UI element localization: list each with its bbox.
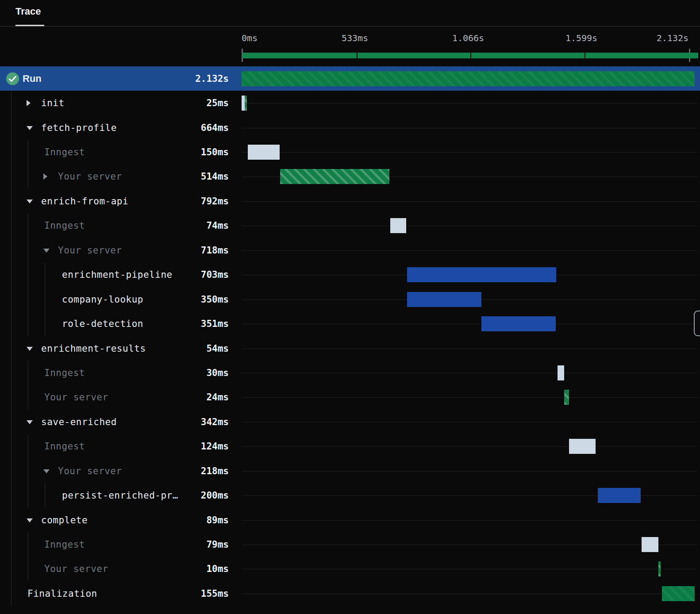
- span-name: role-detection: [62, 319, 143, 329]
- row-track: [242, 115, 695, 140]
- row-track: [242, 434, 695, 459]
- indent-guide: [11, 483, 12, 507]
- trace-row[interactable]: Inngest150ms: [0, 140, 700, 164]
- indent-guide: [28, 459, 28, 483]
- trace-row[interactable]: Your server218ms: [0, 459, 700, 483]
- span-name: enrich-from-api: [41, 196, 128, 207]
- row-track: [242, 483, 695, 507]
- trace-row[interactable]: complete89ms: [0, 508, 700, 532]
- span-duration: 24ms: [206, 392, 229, 403]
- row-track: [242, 91, 695, 115]
- trace-row[interactable]: Your server24ms: [0, 385, 700, 410]
- span-bar-queue[interactable]: [242, 96, 245, 111]
- span-name: Your server: [58, 466, 122, 476]
- trace-row[interactable]: company-lookup350ms: [0, 287, 700, 311]
- trace-row[interactable]: Inngest74ms: [0, 214, 700, 238]
- row-track: [242, 336, 695, 361]
- span-bar-server[interactable]: [564, 390, 569, 405]
- span-duration: 200ms: [201, 490, 229, 501]
- trace-row[interactable]: save-enriched342ms: [0, 410, 700, 434]
- indent-guide: [11, 189, 12, 213]
- timeline-tick-label: 1.066s: [452, 33, 484, 43]
- row-label-cell: company-lookup350ms: [0, 287, 242, 311]
- caret-right-icon[interactable]: [27, 100, 31, 106]
- indent-guide: [11, 459, 12, 483]
- trace-row[interactable]: Run2.132s: [0, 66, 700, 91]
- span-name: Your server: [58, 245, 122, 256]
- span-duration: 155ms: [201, 588, 229, 599]
- span-bar-queue[interactable]: [248, 145, 280, 160]
- indent-guide: [11, 508, 12, 532]
- span-name: fetch-profile: [41, 123, 117, 133]
- span-bar-queue[interactable]: [558, 365, 564, 380]
- trace-row[interactable]: Your server718ms: [0, 238, 700, 262]
- trace-row[interactable]: init25ms: [0, 91, 700, 115]
- row-track: [242, 165, 695, 189]
- row-track: [242, 410, 695, 434]
- trace-row[interactable]: Inngest124ms: [0, 434, 700, 459]
- span-duration: 79ms: [206, 539, 229, 550]
- span-name: Inngest: [44, 220, 85, 231]
- span-bar-server[interactable]: [658, 561, 661, 576]
- row-label-cell: enrichment-pipeline703ms: [0, 263, 242, 287]
- trace-row[interactable]: Your server10ms: [0, 557, 700, 581]
- tab-trace[interactable]: Trace: [15, 6, 44, 26]
- caret-down-icon[interactable]: [43, 469, 50, 473]
- check-circle-icon: [6, 72, 19, 85]
- caret-down-icon[interactable]: [27, 200, 33, 203]
- span-duration: 150ms: [201, 147, 229, 157]
- span-duration: 89ms: [206, 515, 229, 526]
- scroll-handle[interactable]: [694, 311, 700, 336]
- span-bar-queue[interactable]: [390, 218, 406, 233]
- trace-row[interactable]: Inngest79ms: [0, 532, 700, 556]
- timeline-tick-label: 533ms: [342, 33, 368, 43]
- span-bar-exec[interactable]: [407, 292, 481, 307]
- caret-down-icon[interactable]: [43, 249, 50, 253]
- span-bar-server[interactable]: [280, 169, 389, 184]
- indent-guide: [11, 263, 12, 287]
- span-duration: 10ms: [206, 564, 229, 574]
- span-duration: 2.132s: [195, 73, 229, 84]
- span-duration: 30ms: [206, 368, 229, 378]
- timeline-header: 0ms533ms1.066s1.599s2.132s: [242, 27, 695, 66]
- span-name: Inngest: [44, 147, 85, 157]
- span-bar-exec[interactable]: [407, 267, 557, 282]
- caret-down-icon[interactable]: [27, 518, 33, 522]
- trace-row[interactable]: persist-enriched-pr…200ms: [0, 483, 700, 507]
- row-track: [242, 557, 695, 581]
- span-bar-exec[interactable]: [598, 488, 640, 503]
- indent-guide: [11, 115, 12, 140]
- span-bar-queue[interactable]: [642, 537, 658, 552]
- tab-trace-label: Trace: [15, 6, 41, 17]
- span-duration: 218ms: [201, 466, 229, 476]
- indent-guide: [11, 410, 12, 434]
- indent-guide: [11, 140, 12, 164]
- caret-down-icon[interactable]: [27, 346, 33, 350]
- indent-guide: [45, 483, 45, 507]
- timeline-tick-label: 0ms: [242, 33, 258, 43]
- indent-guide: [28, 385, 28, 410]
- trace-row[interactable]: role-detection351ms: [0, 311, 700, 336]
- caret-right-icon[interactable]: [43, 173, 47, 180]
- trace-row[interactable]: Inngest30ms: [0, 361, 700, 385]
- trace-row[interactable]: Finalization155ms: [0, 581, 700, 606]
- span-duration: 514ms: [201, 171, 229, 182]
- row-label-cell: role-detection351ms: [0, 311, 242, 336]
- indent-guide: [11, 165, 12, 189]
- trace-row[interactable]: enrich-from-api792ms: [0, 189, 700, 213]
- caret-down-icon[interactable]: [27, 126, 33, 130]
- caret-down-icon[interactable]: [27, 420, 33, 424]
- trace-row[interactable]: enrichment-results54ms: [0, 336, 700, 361]
- indent-guide: [11, 361, 12, 385]
- span-bar-run[interactable]: [662, 586, 695, 601]
- span-bar-exec[interactable]: [481, 316, 556, 331]
- span-name: enrichment-pipeline: [62, 269, 173, 280]
- trace-row[interactable]: fetch-profile664ms: [0, 115, 700, 140]
- span-bar-server[interactable]: [245, 96, 247, 111]
- span-bar-run[interactable]: [242, 71, 695, 86]
- trace-row[interactable]: Your server514ms: [0, 165, 700, 189]
- span-bar-queue[interactable]: [569, 439, 596, 454]
- indent-guide: [28, 311, 28, 336]
- indent-guide: [11, 581, 12, 606]
- trace-row[interactable]: enrichment-pipeline703ms: [0, 263, 700, 287]
